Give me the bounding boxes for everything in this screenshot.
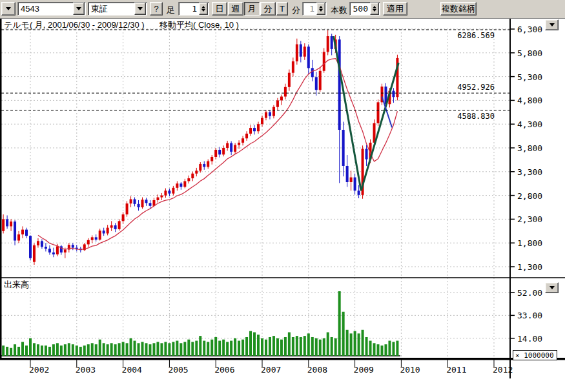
symbol-history-dropdown-button[interactable] (1, 2, 15, 15)
candle-body (249, 128, 252, 134)
candle-body (138, 204, 140, 207)
price-tick-label: 4,300 (517, 119, 542, 129)
candle-body (110, 225, 113, 228)
volume-bar (323, 338, 325, 356)
period-tick-label: T (280, 5, 285, 13)
candle-body (6, 219, 8, 226)
volume-bar (56, 343, 59, 356)
price-axis-dropdown-button[interactable] (545, 19, 559, 30)
volume-bar (350, 333, 353, 356)
volume-bar (380, 346, 383, 356)
volume-bar (168, 343, 170, 356)
candle-body (2, 219, 5, 231)
level-label: 4952.926 (457, 83, 495, 92)
candle-body (87, 240, 90, 245)
candle-body (160, 196, 163, 198)
candle-body (365, 149, 368, 159)
volume-bar (249, 331, 252, 356)
market-dropdown-button[interactable] (134, 3, 146, 15)
candle-body (164, 191, 167, 195)
minute-spinner: 1 (302, 2, 327, 15)
candle-body (95, 237, 98, 240)
spinner-arrows-icon[interactable] (199, 3, 208, 15)
candle-body (253, 128, 256, 131)
volume-bar (52, 344, 55, 356)
volume-bar (272, 336, 275, 356)
candle-body (21, 230, 24, 234)
candle-body (226, 143, 229, 148)
symbol-code-combobox[interactable]: 4543 (17, 2, 86, 15)
volume-bar (99, 340, 101, 356)
volume-bar (234, 338, 236, 356)
help-button[interactable]: ? (150, 2, 163, 15)
volume-bar (2, 346, 5, 356)
candle-body (338, 39, 341, 130)
spinner-arrows-icon[interactable] (370, 3, 379, 15)
candle-body (377, 102, 380, 123)
multi-symbol-label: 複数銘柄 (442, 5, 475, 13)
volume-bar (107, 344, 109, 356)
minute-label: 分 (292, 5, 300, 16)
volume-axis-dropdown-button[interactable] (545, 282, 559, 293)
candle-body (183, 181, 186, 187)
candle-body (168, 191, 170, 193)
period-weekly-button[interactable]: 週 (228, 2, 243, 15)
chart-left-border (0, 18, 2, 359)
toolbar: 4543 東証 ? 足 1 日 週 月 分 T 分 1 本数 500 適用 複数… (0, 0, 565, 19)
apply-button[interactable]: 適用 (383, 2, 407, 15)
volume-bar (21, 342, 24, 356)
volume-bar (377, 344, 380, 356)
period-daily-button[interactable]: 日 (212, 2, 227, 15)
candle-body (29, 236, 32, 258)
bars-count-spinner[interactable]: 500 (349, 2, 380, 15)
period-tick-button[interactable]: T (276, 2, 288, 15)
volume-tick-label: 33.00 (517, 311, 542, 320)
volume-bar (60, 346, 63, 356)
volume-bar (280, 340, 283, 356)
candle-body (126, 203, 128, 214)
candle-body (214, 150, 217, 157)
price-tick-label: 5,800 (517, 48, 542, 58)
level-label: 4588.830 (457, 112, 495, 121)
volume-bar (17, 347, 20, 356)
volume-bar (358, 333, 360, 356)
year-tick-label: 2007 (261, 365, 281, 375)
volume-bar (25, 346, 28, 356)
multi-symbol-button[interactable]: 複数銘柄 (440, 2, 477, 15)
candle-body (269, 112, 271, 116)
volume-bar (14, 344, 16, 356)
price-tick-label: 2,800 (517, 191, 542, 201)
period-monthly-button[interactable]: 月 (244, 2, 260, 15)
volume-bar (95, 344, 98, 356)
candle-body (272, 107, 275, 116)
candle-body (315, 77, 318, 90)
period-weekly-label: 週 (232, 5, 240, 13)
volume-bar (245, 337, 248, 356)
candle-body (241, 138, 244, 143)
volume-bar (76, 346, 78, 356)
candle-body (141, 200, 144, 207)
candle-body (76, 248, 78, 249)
market-combobox[interactable]: 東証 (88, 2, 147, 15)
volume-bar (269, 337, 271, 356)
symbol-code-dropdown-button[interactable] (73, 3, 85, 15)
candle-body (358, 191, 360, 195)
volume-unit-box: × 1000000 (513, 350, 557, 360)
volume-bar (164, 342, 167, 356)
candle-body (288, 73, 291, 87)
candle-body (261, 118, 263, 125)
volume-bar (114, 344, 117, 356)
period-minute-button[interactable]: 分 (260, 2, 276, 15)
candle-body (48, 249, 51, 253)
candle-body (114, 225, 117, 229)
volume-bar (307, 333, 310, 356)
candle-body (311, 68, 314, 77)
volume-bar (241, 340, 244, 356)
candle-body (134, 199, 136, 203)
volume-bar (187, 340, 190, 356)
volume-bar (338, 291, 341, 356)
volume-bar (72, 344, 74, 356)
volume-bar (172, 342, 174, 356)
volume-bar (238, 341, 240, 356)
interval-spinner[interactable]: 1 (178, 2, 209, 15)
